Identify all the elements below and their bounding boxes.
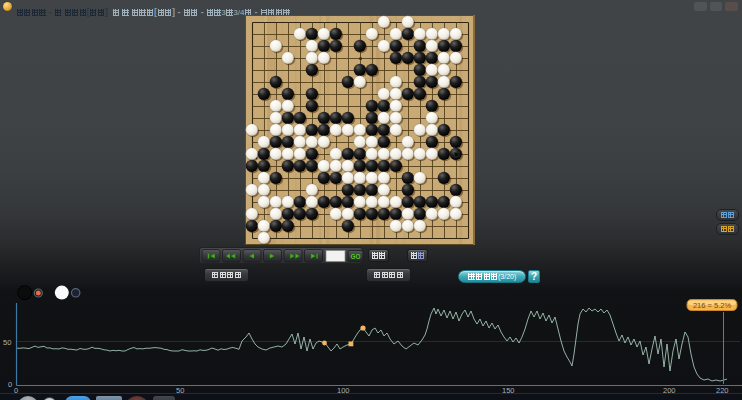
svg-text:0: 0 bbox=[14, 386, 18, 393]
svg-text:GO: GO bbox=[350, 253, 360, 260]
svg-text:216 = 5.2%: 216 = 5.2% bbox=[693, 301, 731, 310]
svg-text:100: 100 bbox=[337, 386, 350, 393]
svg-text:50: 50 bbox=[3, 338, 11, 347]
svg-text:200: 200 bbox=[663, 386, 676, 393]
svg-text:150: 150 bbox=[502, 386, 515, 393]
svg-text:50: 50 bbox=[176, 386, 184, 393]
svg-text:0: 0 bbox=[8, 380, 12, 389]
svg-text:220: 220 bbox=[716, 386, 729, 393]
